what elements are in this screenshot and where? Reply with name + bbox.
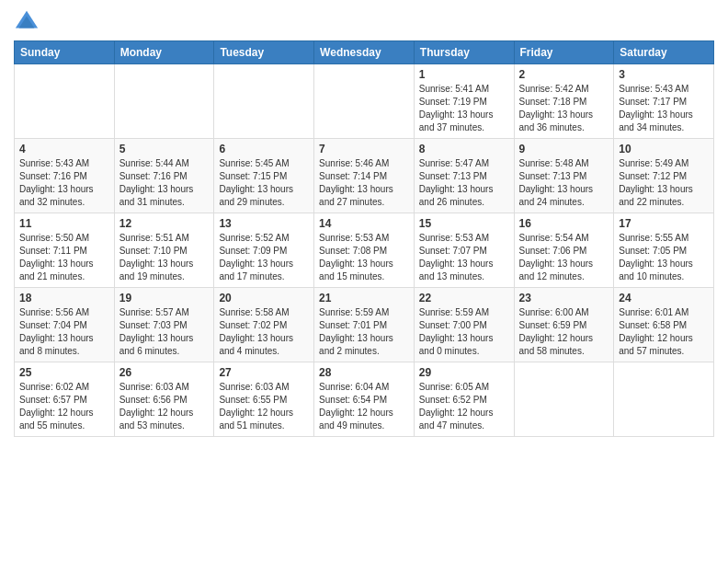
day-info: Sunrise: 5:43 AM Sunset: 7:17 PM Dayligh… xyxy=(619,83,709,134)
calendar-cell: 24Sunrise: 6:01 AM Sunset: 6:58 PM Dayli… xyxy=(614,288,714,362)
day-info: Sunrise: 5:58 AM Sunset: 7:02 PM Dayligh… xyxy=(219,306,309,358)
calendar-week-row-0: 1Sunrise: 5:41 AM Sunset: 7:19 PM Daylig… xyxy=(15,64,714,139)
calendar-cell xyxy=(514,362,614,437)
calendar-header-friday: Friday xyxy=(514,41,614,64)
day-info: Sunrise: 5:57 AM Sunset: 7:03 PM Dayligh… xyxy=(119,306,210,358)
day-number: 24 xyxy=(619,292,709,304)
day-number: 10 xyxy=(619,143,709,155)
calendar-cell xyxy=(114,64,214,139)
calendar-cell: 23Sunrise: 6:00 AM Sunset: 6:59 PM Dayli… xyxy=(514,288,614,362)
day-number: 2 xyxy=(519,68,609,81)
calendar-header-row: SundayMondayTuesdayWednesdayThursdayFrid… xyxy=(15,41,714,64)
day-number: 5 xyxy=(119,143,210,155)
day-number: 17 xyxy=(619,217,709,230)
calendar-cell: 13Sunrise: 5:52 AM Sunset: 7:09 PM Dayli… xyxy=(214,213,314,288)
calendar-cell xyxy=(614,362,714,437)
day-info: Sunrise: 6:04 AM Sunset: 6:54 PM Dayligh… xyxy=(319,381,409,432)
header xyxy=(14,9,714,35)
day-number: 25 xyxy=(19,366,109,379)
day-info: Sunrise: 5:46 AM Sunset: 7:14 PM Dayligh… xyxy=(319,157,409,209)
day-info: Sunrise: 5:43 AM Sunset: 7:16 PM Dayligh… xyxy=(19,157,109,209)
calendar-cell: 21Sunrise: 5:59 AM Sunset: 7:01 PM Dayli… xyxy=(314,288,415,362)
day-number: 11 xyxy=(19,217,109,230)
calendar-cell: 18Sunrise: 5:56 AM Sunset: 7:04 PM Dayli… xyxy=(15,288,115,362)
calendar-week-row-3: 18Sunrise: 5:56 AM Sunset: 7:04 PM Dayli… xyxy=(15,288,714,362)
calendar-cell: 2Sunrise: 5:42 AM Sunset: 7:18 PM Daylig… xyxy=(514,64,614,139)
calendar-cell: 8Sunrise: 5:47 AM Sunset: 7:13 PM Daylig… xyxy=(414,139,514,213)
calendar-header-sunday: Sunday xyxy=(15,41,115,64)
calendar-cell: 17Sunrise: 5:55 AM Sunset: 7:05 PM Dayli… xyxy=(614,213,714,288)
day-info: Sunrise: 5:53 AM Sunset: 7:07 PM Dayligh… xyxy=(419,232,509,283)
day-info: Sunrise: 5:56 AM Sunset: 7:04 PM Dayligh… xyxy=(19,306,109,358)
day-info: Sunrise: 5:52 AM Sunset: 7:09 PM Dayligh… xyxy=(219,232,309,283)
day-number: 21 xyxy=(319,292,409,304)
calendar-cell: 12Sunrise: 5:51 AM Sunset: 7:10 PM Dayli… xyxy=(114,213,214,288)
calendar-cell: 9Sunrise: 5:48 AM Sunset: 7:13 PM Daylig… xyxy=(514,139,614,213)
calendar-cell: 26Sunrise: 6:03 AM Sunset: 6:56 PM Dayli… xyxy=(114,362,214,437)
day-number: 8 xyxy=(419,143,509,155)
logo xyxy=(14,9,43,35)
day-info: Sunrise: 6:00 AM Sunset: 6:59 PM Dayligh… xyxy=(519,306,609,358)
calendar-header-tuesday: Tuesday xyxy=(214,41,314,64)
calendar-cell: 27Sunrise: 6:03 AM Sunset: 6:55 PM Dayli… xyxy=(214,362,314,437)
day-info: Sunrise: 6:02 AM Sunset: 6:57 PM Dayligh… xyxy=(19,381,109,432)
day-info: Sunrise: 5:42 AM Sunset: 7:18 PM Dayligh… xyxy=(519,83,609,134)
day-number: 29 xyxy=(419,366,509,379)
day-info: Sunrise: 5:47 AM Sunset: 7:13 PM Dayligh… xyxy=(419,157,509,209)
day-number: 18 xyxy=(19,292,109,304)
calendar-cell xyxy=(214,64,314,139)
calendar-cell: 3Sunrise: 5:43 AM Sunset: 7:17 PM Daylig… xyxy=(614,64,714,139)
calendar-header-saturday: Saturday xyxy=(614,41,714,64)
day-number: 15 xyxy=(419,217,509,230)
day-number: 14 xyxy=(319,217,409,230)
day-info: Sunrise: 5:59 AM Sunset: 7:01 PM Dayligh… xyxy=(319,306,409,358)
calendar-header-thursday: Thursday xyxy=(414,41,514,64)
calendar-cell: 1Sunrise: 5:41 AM Sunset: 7:19 PM Daylig… xyxy=(414,64,514,139)
day-number: 6 xyxy=(219,143,309,155)
day-info: Sunrise: 6:03 AM Sunset: 6:55 PM Dayligh… xyxy=(219,381,309,432)
day-info: Sunrise: 5:51 AM Sunset: 7:10 PM Dayligh… xyxy=(119,232,210,283)
calendar-cell: 14Sunrise: 5:53 AM Sunset: 7:08 PM Dayli… xyxy=(314,213,415,288)
calendar-cell: 25Sunrise: 6:02 AM Sunset: 6:57 PM Dayli… xyxy=(15,362,115,437)
day-number: 12 xyxy=(119,217,210,230)
calendar-cell: 5Sunrise: 5:44 AM Sunset: 7:16 PM Daylig… xyxy=(114,139,214,213)
day-number: 22 xyxy=(419,292,509,304)
calendar-cell: 6Sunrise: 5:45 AM Sunset: 7:15 PM Daylig… xyxy=(214,139,314,213)
day-number: 23 xyxy=(519,292,609,304)
day-info: Sunrise: 5:50 AM Sunset: 7:11 PM Dayligh… xyxy=(19,232,109,283)
calendar-week-row-1: 4Sunrise: 5:43 AM Sunset: 7:16 PM Daylig… xyxy=(15,139,714,213)
day-number: 4 xyxy=(19,143,109,155)
day-number: 16 xyxy=(519,217,609,230)
day-number: 19 xyxy=(119,292,210,304)
day-info: Sunrise: 5:54 AM Sunset: 7:06 PM Dayligh… xyxy=(519,232,609,283)
day-number: 7 xyxy=(319,143,409,155)
calendar-cell xyxy=(314,64,415,139)
day-info: Sunrise: 5:49 AM Sunset: 7:12 PM Dayligh… xyxy=(619,157,709,209)
day-info: Sunrise: 6:01 AM Sunset: 6:58 PM Dayligh… xyxy=(619,306,709,358)
calendar-header-monday: Monday xyxy=(114,41,214,64)
calendar-cell xyxy=(15,64,115,139)
day-info: Sunrise: 5:55 AM Sunset: 7:05 PM Dayligh… xyxy=(619,232,709,283)
day-number: 26 xyxy=(119,366,210,379)
day-info: Sunrise: 5:41 AM Sunset: 7:19 PM Dayligh… xyxy=(419,83,509,134)
day-info: Sunrise: 5:59 AM Sunset: 7:00 PM Dayligh… xyxy=(419,306,509,358)
calendar-cell: 29Sunrise: 6:05 AM Sunset: 6:52 PM Dayli… xyxy=(414,362,514,437)
calendar-cell: 7Sunrise: 5:46 AM Sunset: 7:14 PM Daylig… xyxy=(314,139,415,213)
day-info: Sunrise: 5:44 AM Sunset: 7:16 PM Dayligh… xyxy=(119,157,210,209)
calendar-table: SundayMondayTuesdayWednesdayThursdayFrid… xyxy=(14,40,714,437)
day-number: 3 xyxy=(619,68,709,81)
day-number: 20 xyxy=(219,292,309,304)
calendar-cell: 19Sunrise: 5:57 AM Sunset: 7:03 PM Dayli… xyxy=(114,288,214,362)
calendar-cell: 10Sunrise: 5:49 AM Sunset: 7:12 PM Dayli… xyxy=(614,139,714,213)
calendar-cell: 28Sunrise: 6:04 AM Sunset: 6:54 PM Dayli… xyxy=(314,362,415,437)
day-info: Sunrise: 5:45 AM Sunset: 7:15 PM Dayligh… xyxy=(219,157,309,209)
calendar-week-row-4: 25Sunrise: 6:02 AM Sunset: 6:57 PM Dayli… xyxy=(15,362,714,437)
day-number: 28 xyxy=(319,366,409,379)
day-info: Sunrise: 5:53 AM Sunset: 7:08 PM Dayligh… xyxy=(319,232,409,283)
calendar-cell: 11Sunrise: 5:50 AM Sunset: 7:11 PM Dayli… xyxy=(15,213,115,288)
calendar-header-wednesday: Wednesday xyxy=(314,41,415,64)
day-info: Sunrise: 5:48 AM Sunset: 7:13 PM Dayligh… xyxy=(519,157,609,209)
calendar-cell: 15Sunrise: 5:53 AM Sunset: 7:07 PM Dayli… xyxy=(414,213,514,288)
day-info: Sunrise: 6:05 AM Sunset: 6:52 PM Dayligh… xyxy=(419,381,509,432)
calendar-cell: 22Sunrise: 5:59 AM Sunset: 7:00 PM Dayli… xyxy=(414,288,514,362)
